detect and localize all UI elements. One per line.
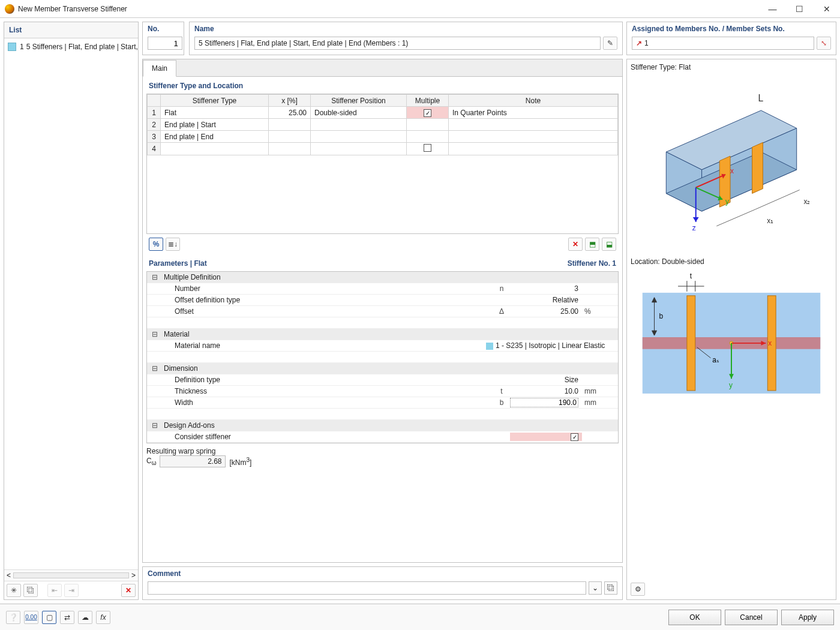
list-hscroll[interactable]: < >	[4, 569, 138, 581]
shift-right-button[interactable]: ⇥	[64, 584, 79, 597]
assigned-input[interactable]: ↗ 1	[632, 37, 814, 50]
view-members-button[interactable]: ⇄	[60, 611, 74, 624]
param-material-name[interactable]: Material name1 - S235 | Isotropic | Line…	[147, 340, 618, 352]
svg-marker-11	[693, 217, 699, 222]
cell-multiple[interactable]	[407, 107, 449, 119]
maximize-button[interactable]: ☐	[786, 0, 813, 18]
checkbox-icon[interactable]	[571, 433, 578, 441]
group-dimension[interactable]: ⊟Dimension	[147, 363, 618, 374]
param-value[interactable]: 10.0	[510, 387, 582, 395]
group-material[interactable]: ⊟Material	[147, 329, 618, 340]
ok-button[interactable]: OK	[668, 610, 721, 625]
comment-input[interactable]	[148, 581, 586, 595]
view-global-button[interactable]: ☁	[78, 611, 92, 624]
center-pane: No. Name 5 Stiffeners | Flat, End plate …	[142, 22, 623, 600]
param-value[interactable]: Relative	[510, 296, 582, 304]
cell-multiple[interactable]	[407, 131, 449, 143]
table-row[interactable]: 3 End plate | End	[148, 131, 618, 143]
collapse-icon[interactable]: ⊟	[148, 273, 161, 281]
delete-row-button[interactable]: ✕	[568, 238, 583, 251]
table-row[interactable]: 4	[148, 143, 618, 155]
close-button[interactable]: ✕	[813, 0, 840, 18]
param-deftype[interactable]: Definition typeSize	[147, 374, 618, 386]
cell-type[interactable]: End plate | Start	[161, 119, 269, 131]
cell-position[interactable]	[311, 119, 407, 131]
cell-position[interactable]	[311, 131, 407, 143]
param-value[interactable]: Size	[510, 376, 582, 384]
table-row[interactable]: 1 Flat 25.00 Double-sided In Quarter Poi…	[148, 107, 618, 119]
edit-name-button[interactable]: ✎	[603, 37, 617, 50]
name-field: Name 5 Stiffeners | Flat, End plate | St…	[189, 22, 623, 55]
formula-button[interactable]: fx	[96, 611, 110, 624]
param-offset[interactable]: OffsetΔ25.00%	[147, 306, 618, 317]
new-item-button[interactable]: ✳	[7, 584, 21, 597]
cell-note[interactable]: In Quarter Points	[449, 107, 618, 119]
group-addons[interactable]: ⊟Design Add-ons	[147, 420, 618, 431]
units-button[interactable]: 0.00	[24, 611, 38, 624]
percent-mode-button[interactable]: %	[149, 238, 163, 251]
list-body[interactable]: 1 5 Stiffeners | Flat, End plate | Start…	[4, 38, 138, 569]
cell-type[interactable]: End plate | End	[161, 131, 269, 143]
scroll-track[interactable]	[13, 572, 129, 578]
list-item[interactable]: 1 5 Stiffeners | Flat, End plate | Start…	[4, 41, 138, 53]
cell-xpct[interactable]: 25.00	[269, 107, 311, 119]
collapse-icon[interactable]: ⊟	[148, 330, 161, 338]
param-value[interactable]: 25.00	[510, 307, 582, 316]
cell-note[interactable]	[449, 143, 618, 155]
tab-main[interactable]: Main	[143, 60, 176, 77]
cell-note[interactable]	[449, 131, 618, 143]
param-width[interactable]: Widthbmm	[147, 397, 618, 409]
x2-label: x₂	[804, 197, 811, 206]
group-multiple[interactable]: ⊟Multiple Definition	[147, 272, 618, 283]
name-input[interactable]: 5 Stiffeners | Flat, End plate | Start, …	[194, 37, 601, 50]
pick-members-button[interactable]: ⤡	[817, 37, 831, 50]
delete-item-button[interactable]: ✕	[121, 584, 136, 597]
apply-button[interactable]: Apply	[781, 610, 834, 625]
checkbox-icon[interactable]	[424, 144, 431, 152]
cell-type[interactable]: Flat	[161, 107, 269, 119]
collapse-icon[interactable]: ⊟	[148, 364, 161, 373]
cell-xpct[interactable]	[269, 131, 311, 143]
cell-multiple[interactable]	[407, 119, 449, 131]
col-note: Note	[449, 95, 618, 107]
param-value[interactable]	[510, 398, 582, 407]
comment-pick-button[interactable]: ⿻	[604, 581, 617, 595]
axis-y-label: y	[725, 197, 729, 206]
cell-position[interactable]: Double-sided	[311, 107, 407, 119]
collapse-icon[interactable]: ⊟	[148, 421, 161, 430]
cell-multiple[interactable]	[407, 143, 449, 155]
cell-xpct[interactable]	[269, 143, 311, 155]
scroll-left-icon[interactable]: <	[7, 571, 11, 580]
warp-unit: [kNm3]	[229, 457, 251, 467]
shift-left-button[interactable]: ⇤	[47, 584, 62, 597]
cell-note[interactable]	[449, 119, 618, 131]
checkbox-icon[interactable]	[424, 109, 431, 117]
help-button[interactable]: ❔	[6, 611, 20, 624]
duplicate-item-button[interactable]: ⿻	[23, 584, 38, 597]
cell-type[interactable]	[161, 143, 269, 155]
cell-rownum: 1	[148, 107, 161, 119]
param-thickness[interactable]: Thicknesst10.0mm	[147, 386, 618, 397]
table-row[interactable]: 2 End plate | Start	[148, 119, 618, 131]
param-number[interactable]: Numbern3	[147, 283, 618, 295]
width-input[interactable]	[510, 398, 578, 407]
comment-dropdown-button[interactable]: ⌄	[589, 581, 602, 595]
param-value[interactable]	[510, 433, 582, 441]
param-value[interactable]: 3	[510, 284, 582, 293]
view-3d-button[interactable]: ▢	[42, 611, 56, 624]
param-label: Offset definition type	[161, 296, 493, 304]
scroll-right-icon[interactable]: >	[131, 571, 136, 580]
cell-xpct[interactable]	[269, 119, 311, 131]
param-offset-type[interactable]: Offset definition typeRelative	[147, 295, 618, 306]
minimize-button[interactable]: —	[759, 0, 786, 18]
no-input[interactable]	[148, 37, 182, 50]
param-value[interactable]: 1 - S235 | Isotropic | Linear Elastic	[486, 341, 618, 350]
export-excel-button[interactable]: ⬓	[602, 238, 616, 251]
param-consider[interactable]: Consider stiffener	[147, 431, 618, 443]
import-excel-button[interactable]: ⬒	[585, 238, 599, 251]
preview-settings-button[interactable]: ⚙	[631, 583, 645, 596]
cancel-button[interactable]: Cancel	[725, 610, 778, 625]
sort-button[interactable]: ≣↓	[166, 238, 180, 251]
col-rownum	[148, 95, 161, 107]
cell-position[interactable]	[311, 143, 407, 155]
